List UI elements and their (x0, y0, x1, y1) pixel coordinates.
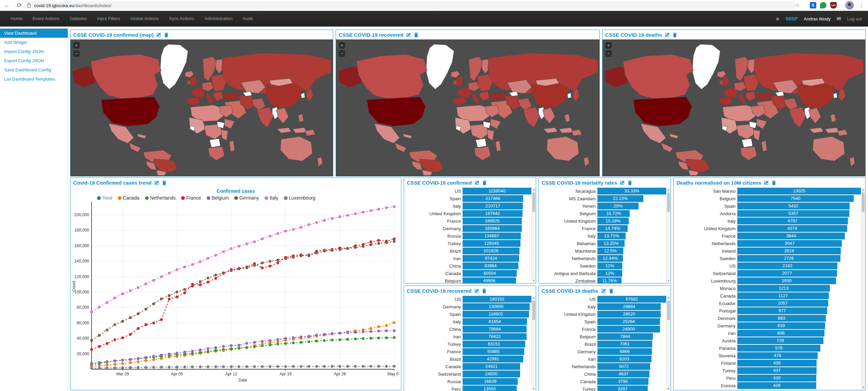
table-row: Turkey3397 (539, 385, 666, 391)
favorites-star-icon[interactable]: ★ (775, 16, 780, 22)
edit-icon[interactable] (601, 288, 606, 293)
chart-title: Confirmed cases (70, 187, 401, 194)
map-zoom-out-button[interactable]: − (605, 50, 612, 57)
profile-avatar[interactable] (845, 1, 854, 10)
back-icon[interactable]: ← (3, 1, 12, 10)
legend-item-canada[interactable]: Canada (118, 195, 140, 201)
extension-green-icon[interactable] (820, 2, 826, 8)
table-row: China4637 (539, 370, 666, 378)
browser-menu-icon[interactable]: ⋮ (859, 1, 864, 10)
edit-icon[interactable] (156, 32, 161, 37)
delete-icon[interactable] (609, 288, 614, 293)
table-row: China78684 (404, 325, 531, 333)
nav-item-administration[interactable]: Administration (199, 11, 238, 27)
user-menu[interactable]: Andras Iklody (804, 16, 831, 21)
sidebar-item-save-dashboard-config[interactable]: Save Dashboard Config (0, 65, 68, 74)
sidebar-item-add-widget[interactable]: Add Widget (0, 38, 68, 47)
edit-icon[interactable] (764, 180, 769, 185)
svg-text:May 03: May 03 (387, 372, 399, 376)
sidebar-item-view-dashboard[interactable]: View Dashboard (0, 29, 68, 38)
map-zoom-in-button[interactable]: + (605, 42, 612, 49)
legend-dot (207, 196, 210, 200)
table-row: Canada1127 (674, 292, 861, 300)
delete-icon[interactable] (482, 288, 487, 293)
edit-icon[interactable] (474, 288, 479, 293)
extension-s-icon[interactable]: S (810, 2, 816, 8)
map-zoom-in-button[interactable]: + (339, 42, 345, 49)
legend-item-belgium[interactable]: Belgium (207, 195, 229, 201)
table-row: Sweden12% (539, 262, 666, 270)
table-row: Netherlands12.44% (539, 255, 666, 262)
brand-link[interactable]: MISP (786, 16, 798, 21)
dashboard-sidebar: View DashboardAdd WidgetImport Config JS… (0, 27, 68, 391)
table-row: Portugal977 (674, 307, 861, 314)
edit-icon[interactable] (154, 180, 159, 185)
row-bar: 3397 (597, 386, 648, 391)
delete-icon[interactable] (771, 180, 776, 185)
nav-item-global-actions[interactable]: Global Actions (125, 11, 164, 27)
widget-scrollbar[interactable]: ▲▼ (861, 187, 865, 390)
legend-item-italy[interactable]: Italy (264, 195, 278, 201)
delete-icon[interactable] (672, 32, 677, 37)
widget-scrollbar[interactable]: ▲▼ (531, 187, 536, 283)
envelope-icon[interactable]: ✉ (837, 16, 841, 22)
nav-item-event-actions[interactable]: Event Actions (28, 11, 65, 27)
row-bar: 806 (737, 330, 824, 337)
row-label: Turkey (404, 241, 463, 246)
row-label: Germany (674, 323, 737, 328)
logout-link[interactable]: Log out (847, 16, 862, 21)
legend-item-total[interactable]: Total (97, 195, 112, 201)
table-row: Netherlands3047 (674, 240, 861, 247)
nav-item-audit[interactable]: Audit (238, 11, 258, 27)
edit-icon[interactable] (406, 32, 411, 37)
legend-item-germany[interactable]: Germany (234, 195, 259, 201)
map-zoom-out-button[interactable]: − (339, 50, 345, 57)
widget-mortality-table: CSSE COVID-19 mortality rates Nicaragua3… (539, 177, 671, 284)
widget-scrollbar[interactable]: ▲▼ (531, 295, 536, 391)
nav-item-home[interactable]: Home (5, 11, 28, 27)
row-bar: 12% (597, 270, 622, 277)
edit-icon[interactable] (475, 180, 480, 185)
url-bar[interactable]: covid-19.iglocska.eu/dashboards/index/ (23, 1, 796, 10)
edit-icon[interactable] (620, 180, 625, 185)
url-path: /dashboards/index/ (74, 3, 112, 8)
row-label: Sweden (539, 264, 597, 269)
legend-item-france[interactable]: France (181, 195, 201, 201)
row-bar: 187842 (463, 210, 523, 217)
widget-scrollbar[interactable]: ▲▼ (666, 295, 671, 391)
nav-item-galaxies[interactable]: Galaxies (64, 11, 92, 27)
widget-deaths-table: CSSE COVID-19 deaths US67682Italy28884Un… (539, 286, 671, 391)
row-label: MS Zaandam (539, 196, 597, 201)
edit-icon[interactable] (665, 32, 670, 37)
delete-icon[interactable] (627, 180, 632, 185)
nav-item-sync-actions[interactable]: Sync Actions (164, 11, 199, 27)
sidebar-item-import-config-json[interactable]: Import Config JSON (0, 47, 68, 56)
table-row: Bahamas13.25% (539, 240, 666, 247)
table-row: Nicaragua33.33% (539, 187, 666, 195)
bookmark-star-icon[interactable]: ☆ (795, 2, 800, 8)
nav-item-input-filters[interactable]: Input Filters (92, 11, 125, 27)
row-bar: 118902 (463, 311, 529, 318)
row-label: Netherlands (674, 241, 737, 246)
delete-icon[interactable] (482, 180, 487, 185)
legend-item-luxembourg[interactable]: Luxembourg (284, 195, 316, 201)
legend-item-netherlands[interactable]: Netherlands (145, 195, 176, 201)
sidebar-item-list-dashboard-templates[interactable]: List Dashboard Templates (0, 74, 68, 84)
row-label: Belgium (539, 334, 597, 339)
svg-text:80,000: 80,000 (77, 305, 89, 310)
row-label: Iran (404, 256, 463, 261)
table-row: Turkey63151 (404, 340, 531, 348)
delete-icon[interactable] (414, 32, 419, 37)
delete-icon[interactable] (162, 180, 167, 185)
map-zoom-in-button[interactable]: + (73, 42, 80, 49)
table-row: Italy210717 (404, 202, 531, 210)
widget-scrollbar[interactable]: ▲▼ (666, 187, 671, 283)
reload-icon[interactable]: ⟳ (15, 1, 24, 10)
map-zoom-out-button[interactable]: − (73, 50, 80, 57)
row-bar: 7051 (597, 341, 652, 347)
delete-icon[interactable] (164, 32, 169, 37)
extension-shield-icon[interactable]: UO (830, 2, 837, 8)
widget-title: CSSE COVID-19 mortality rates (542, 180, 617, 186)
sidebar-item-export-config-json[interactable]: Export Config JSON (0, 56, 68, 65)
row-label: US (674, 264, 737, 269)
